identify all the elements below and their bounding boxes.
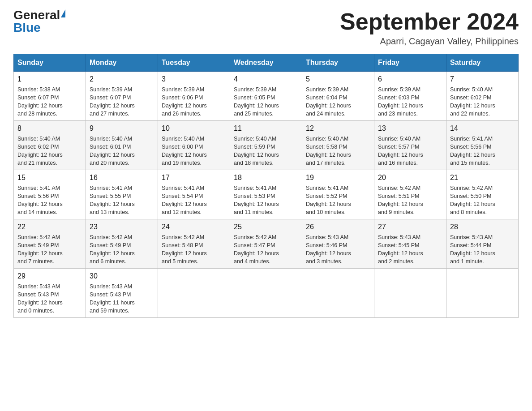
daylight-label: Daylight: [234,250,256,257]
sunrise-label: Sunrise: [306,136,326,142]
header-friday: Friday [374,54,446,72]
calendar-cell: 29 Sunrise: 5:43 AM Sunset: 5:43 PM Dayl… [14,269,86,318]
calendar-cell [158,269,230,318]
day-info: Sunrise: 5:41 AM Sunset: 5:54 PM Dayligh… [162,184,226,217]
sunset-label: Sunset: [450,94,469,101]
header-sunday: Sunday [14,54,86,72]
calendar-cell: 21 Sunrise: 5:42 AM Sunset: 5:50 PM Dayl… [446,170,519,219]
calendar-cell: 14 Sunrise: 5:41 AM Sunset: 5:56 PM Dayl… [446,121,519,170]
day-number: 14 [450,124,515,133]
day-info: Sunrise: 5:43 AM Sunset: 5:45 PM Dayligh… [378,233,442,266]
day-info: Sunrise: 5:43 AM Sunset: 5:44 PM Dayligh… [450,233,515,266]
daylight-label: Daylight: [450,152,472,158]
sunset-label: Sunset: [378,144,397,150]
calendar-header: SundayMondayTuesdayWednesdayThursdayFrid… [14,54,519,72]
sunset-label: Sunset: [90,94,108,101]
sunrise-label: Sunrise: [234,136,254,142]
daylight-label: Daylight: [17,201,39,207]
sunrise-label: Sunrise: [17,86,38,93]
day-number: 8 [17,124,82,133]
sunset-label: Sunset: [17,94,36,101]
day-info: Sunrise: 5:42 AM Sunset: 5:51 PM Dayligh… [378,184,442,217]
sunset-label: Sunset: [378,94,397,101]
logo-triangle-icon [61,9,65,17]
day-number: 24 [162,222,226,232]
daylight-label: Daylight: [450,103,472,109]
day-number: 22 [17,222,82,232]
day-number: 19 [306,173,370,183]
sunrise-label: Sunrise: [306,86,326,93]
page-header: General Blue September 2024 Aparri, Caga… [13,9,519,47]
calendar-cell: 23 Sunrise: 5:42 AM Sunset: 5:49 PM Dayl… [86,219,158,269]
day-info: Sunrise: 5:42 AM Sunset: 5:50 PM Dayligh… [450,184,515,217]
daylight-label: Daylight: [90,201,112,207]
day-number: 26 [306,222,370,232]
sunrise-label: Sunrise: [234,185,254,191]
day-info: Sunrise: 5:42 AM Sunset: 5:49 PM Dayligh… [17,233,82,266]
calendar-subtitle: Aparri, Cagayan Valley, Philippines [340,36,519,47]
sunset-label: Sunset: [17,193,36,199]
sunrise-label: Sunrise: [450,185,471,191]
sunrise-label: Sunrise: [162,136,182,142]
day-info: Sunrise: 5:39 AM Sunset: 6:07 PM Dayligh… [90,86,154,118]
calendar-cell [302,269,374,318]
daylight-label: Daylight: [306,250,328,257]
week-row-2: 8 Sunrise: 5:40 AM Sunset: 6:02 PM Dayli… [14,121,519,170]
daylight-label: Daylight: [90,152,112,158]
sunrise-label: Sunrise: [162,234,182,240]
day-number: 27 [378,222,442,232]
sunset-label: Sunset: [450,193,469,199]
sunrise-label: Sunrise: [378,86,399,93]
day-number: 15 [17,173,82,183]
sunset-label: Sunset: [162,94,180,101]
daylight-label: Daylight: [162,250,184,257]
calendar-cell: 2 Sunrise: 5:39 AM Sunset: 6:07 PM Dayli… [86,72,158,121]
calendar-cell: 8 Sunrise: 5:40 AM Sunset: 6:02 PM Dayli… [14,121,86,170]
sunrise-label: Sunrise: [90,185,110,191]
day-info: Sunrise: 5:38 AM Sunset: 6:07 PM Dayligh… [17,86,82,118]
sunset-label: Sunset: [162,193,180,199]
day-info: Sunrise: 5:39 AM Sunset: 6:05 PM Dayligh… [234,86,298,118]
calendar-cell: 30 Sunrise: 5:43 AM Sunset: 5:43 PM Dayl… [86,269,158,318]
sunset-label: Sunset: [450,144,469,150]
sunset-label: Sunset: [90,193,108,199]
sunset-label: Sunset: [90,291,108,298]
sunrise-label: Sunrise: [17,234,38,240]
sunrise-label: Sunrise: [450,234,471,240]
sunrise-label: Sunrise: [378,185,399,191]
calendar-cell: 22 Sunrise: 5:42 AM Sunset: 5:49 PM Dayl… [14,219,86,269]
header-thursday: Thursday [302,54,374,72]
day-number: 11 [234,124,298,133]
daylight-label: Daylight: [90,250,112,257]
day-number: 18 [234,173,298,183]
sunrise-label: Sunrise: [90,234,110,240]
week-row-5: 29 Sunrise: 5:43 AM Sunset: 5:43 PM Dayl… [14,269,519,318]
logo: General Blue [13,9,65,34]
daylight-label: Daylight: [90,300,112,306]
sunset-label: Sunset: [306,144,325,150]
day-info: Sunrise: 5:43 AM Sunset: 5:43 PM Dayligh… [17,283,82,315]
day-info: Sunrise: 5:42 AM Sunset: 5:47 PM Dayligh… [234,233,298,266]
sunrise-label: Sunrise: [306,234,326,240]
calendar-cell: 1 Sunrise: 5:38 AM Sunset: 6:07 PM Dayli… [14,72,86,121]
sunset-label: Sunset: [378,193,397,199]
daylight-label: Daylight: [17,103,39,109]
title-block: September 2024 Aparri, Cagayan Valley, P… [340,9,519,47]
sunset-label: Sunset: [162,242,180,248]
day-info: Sunrise: 5:41 AM Sunset: 5:52 PM Dayligh… [306,184,370,217]
day-number: 10 [162,124,226,133]
day-info: Sunrise: 5:41 AM Sunset: 5:53 PM Dayligh… [234,184,298,217]
day-info: Sunrise: 5:39 AM Sunset: 6:04 PM Dayligh… [306,86,370,118]
header-wednesday: Wednesday [230,54,302,72]
sunrise-label: Sunrise: [162,185,182,191]
day-info: Sunrise: 5:40 AM Sunset: 6:00 PM Dayligh… [162,135,226,167]
calendar-cell: 16 Sunrise: 5:41 AM Sunset: 5:55 PM Dayl… [86,170,158,219]
day-info: Sunrise: 5:40 AM Sunset: 5:58 PM Dayligh… [306,135,370,167]
sunrise-label: Sunrise: [450,86,471,93]
day-number: 21 [450,173,515,183]
sunrise-label: Sunrise: [17,185,38,191]
day-info: Sunrise: 5:40 AM Sunset: 5:57 PM Dayligh… [378,135,442,167]
daylight-label: Daylight: [17,152,39,158]
day-info: Sunrise: 5:40 AM Sunset: 6:01 PM Dayligh… [90,135,154,167]
week-row-3: 15 Sunrise: 5:41 AM Sunset: 5:56 PM Dayl… [14,170,519,219]
